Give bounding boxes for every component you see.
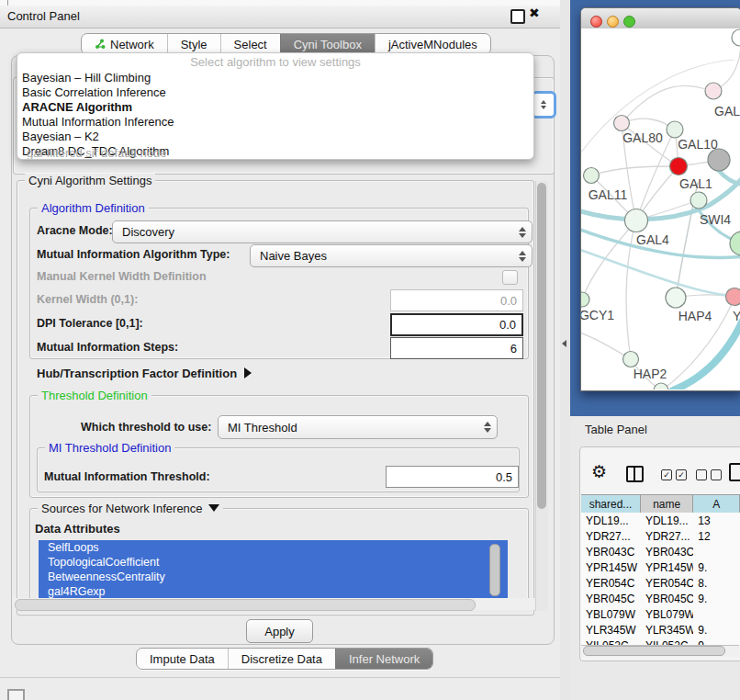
- network-node[interactable]: [690, 192, 707, 209]
- network-node[interactable]: [614, 116, 630, 131]
- checked-pair-icon[interactable]: ✓✓: [661, 469, 687, 480]
- table-row[interactable]: YDL19...YDL19...13: [581, 513, 740, 528]
- network-node[interactable]: [581, 292, 589, 307]
- mi-threshold-label: Mutual Information Threshold:: [44, 470, 210, 483]
- algorithm-option-aracne-algorithm[interactable]: ARACNE Algorithm: [17, 100, 533, 115]
- manual-kernel-label: Manual Kernel Width Definition: [37, 270, 207, 283]
- column-header-shared[interactable]: shared...: [581, 495, 641, 514]
- split-pane-divider[interactable]: [560, 0, 570, 700]
- network-edge[interactable]: [626, 220, 636, 359]
- data-attributes-list[interactable]: SelfLoopsTopologicalCoefficientBetweenne…: [39, 540, 508, 598]
- table-row[interactable]: YER054CYER054C8.: [581, 575, 740, 591]
- tab-cyni-toolbox[interactable]: Cyni Toolbox: [280, 34, 375, 54]
- table-row[interactable]: YLR345WYLR345W9.: [581, 622, 740, 638]
- network-node[interactable]: [730, 231, 740, 255]
- network-edge[interactable]: [581, 249, 740, 297]
- table-cell: YBL079W: [581, 608, 641, 621]
- attribute-selfloops[interactable]: SelfLoops: [39, 540, 508, 555]
- algorithm-option-mutual-information-inference[interactable]: Mutual Information Inference: [17, 115, 533, 130]
- collapsed-panel-icon[interactable]: [7, 689, 25, 700]
- network-edge[interactable]: [719, 171, 740, 185]
- tab-label: Discretize Data: [241, 652, 322, 666]
- attribute-gal4rgexp[interactable]: gal4RGexp: [39, 584, 508, 598]
- table-hscroll-thumb[interactable]: [583, 646, 725, 656]
- tab-jactivemnodules[interactable]: jActiveMNodules: [375, 34, 490, 54]
- data-attributes-label: Data Attributes: [35, 522, 120, 536]
- divider-collapse-arrow-icon[interactable]: [562, 340, 566, 347]
- algorithm-option-bayesian-hill-climbing[interactable]: Bayesian – Hill Climbing: [17, 71, 533, 85]
- attribute-topologicalcoefficient[interactable]: TopologicalCoefficient: [39, 555, 508, 570]
- network-window-titlebar[interactable]: [581, 8, 740, 29]
- attribute-list-scrollbar[interactable]: [489, 544, 500, 596]
- tab-network[interactable]: Network: [82, 34, 167, 54]
- network-edge[interactable]: [581, 332, 631, 359]
- network-node[interactable]: [732, 29, 740, 46]
- table-row[interactable]: YPR145WYPR145W9.: [581, 559, 740, 575]
- dpi-tolerance-value: 0.0: [499, 318, 516, 332]
- network-node[interactable]: [625, 209, 648, 232]
- hub-definition-toggle[interactable]: Hub/Transcription Factor Definition: [37, 367, 252, 380]
- zoom-traffic-light[interactable]: [623, 16, 635, 28]
- algorithm-combo-stepper[interactable]: [531, 91, 556, 119]
- algorithm-option-bayesian-k2[interactable]: Bayesian – K2: [17, 130, 533, 144]
- aracne-mode-combo[interactable]: Discovery: [112, 220, 533, 243]
- network-edge[interactable]: [591, 166, 678, 175]
- mi-steps-label: Mutual Information Steps:: [37, 341, 178, 354]
- tab-discretize-data[interactable]: Discretize Data: [228, 649, 335, 669]
- split-columns-icon[interactable]: [626, 466, 644, 482]
- tab-infer-network[interactable]: Infer Network: [335, 649, 432, 669]
- column-header-a[interactable]: A: [693, 495, 740, 514]
- settings-vscroll-thumb[interactable]: [537, 183, 546, 509]
- tab-style[interactable]: Style: [167, 34, 220, 54]
- network-node[interactable]: [705, 83, 722, 99]
- network-graph: GALGAL80GAL10GAL1GAL11SWI4GAL4GCY1HAP4YH…: [581, 28, 740, 390]
- mi-threshold-field[interactable]: 0.5: [386, 466, 519, 488]
- table-row[interactable]: YBL079WYBL079W: [581, 606, 740, 622]
- node-label-gal11: GAL11: [589, 187, 628, 202]
- network-node[interactable]: [584, 168, 600, 184]
- tab-label: Cyni Toolbox: [294, 38, 362, 51]
- attribute-betweennesscentrality[interactable]: BetweennessCentrality: [39, 570, 508, 584]
- mi-steps-field[interactable]: 6: [390, 337, 523, 359]
- close-traffic-light[interactable]: [590, 16, 602, 28]
- network-view-window: GALGAL80GAL10GAL1GAL11SWI4GAL4GCY1HAP4YH…: [580, 7, 740, 391]
- float-window-icon[interactable]: [510, 9, 525, 24]
- network-canvas[interactable]: GALGAL80GAL10GAL1GAL11SWI4GAL4GCY1HAP4YH…: [581, 28, 740, 390]
- settings-hscroll-thumb[interactable]: [15, 599, 476, 611]
- network-node[interactable]: [708, 149, 730, 171]
- network-node[interactable]: [654, 383, 668, 390]
- minimize-traffic-light[interactable]: [607, 16, 619, 28]
- tab-select[interactable]: Select: [220, 34, 280, 54]
- network-node[interactable]: [667, 121, 683, 138]
- sources-title[interactable]: Sources for Network Inference: [38, 502, 223, 515]
- network-edge[interactable]: [622, 85, 713, 123]
- table-cell: YBL079W: [641, 608, 693, 621]
- algorithm-option-basic-correlation-inference[interactable]: Basic Correlation Inference: [17, 85, 533, 100]
- table-row[interactable]: YBR045CYBR045C9.: [581, 591, 740, 606]
- table-row[interactable]: YBR043CYBR043C: [581, 544, 740, 559]
- column-header-name[interactable]: name: [641, 495, 693, 514]
- dpi-tolerance-field[interactable]: 0.0: [390, 313, 523, 336]
- which-threshold-combo[interactable]: MI Threshold: [218, 415, 498, 439]
- document-icon[interactable]: [729, 463, 740, 481]
- node-label-hap2: HAP2: [633, 367, 667, 381]
- table-cell: YDL19...: [641, 514, 693, 527]
- network-node[interactable]: [666, 288, 686, 308]
- stepper-arrows-icon: [484, 422, 491, 433]
- network-node[interactable]: [726, 288, 740, 306]
- expanded-arrow-icon: [208, 504, 219, 512]
- table-row[interactable]: YIL052CYIL052C9: [581, 638, 740, 645]
- network-edge[interactable]: [673, 321, 740, 390]
- cyni-algorithm-settings-title: Cyni Algorithm Settings: [25, 174, 155, 187]
- unchecked-pair-icon[interactable]: [696, 469, 722, 480]
- table-row[interactable]: YDR27...YDR27...12: [581, 528, 740, 544]
- network-node[interactable]: [670, 158, 688, 175]
- network-node[interactable]: [623, 352, 639, 367]
- mi-type-combo[interactable]: Naive Bayes: [250, 244, 533, 267]
- kernel-width-field[interactable]: 0.0: [390, 289, 523, 311]
- apply-button[interactable]: Apply: [246, 619, 313, 643]
- tab-impute-data[interactable]: Impute Data: [137, 649, 228, 669]
- manual-kernel-checkbox[interactable]: [502, 270, 518, 285]
- close-icon[interactable]: ✖: [529, 6, 540, 20]
- gear-icon[interactable]: ⚙: [591, 461, 607, 482]
